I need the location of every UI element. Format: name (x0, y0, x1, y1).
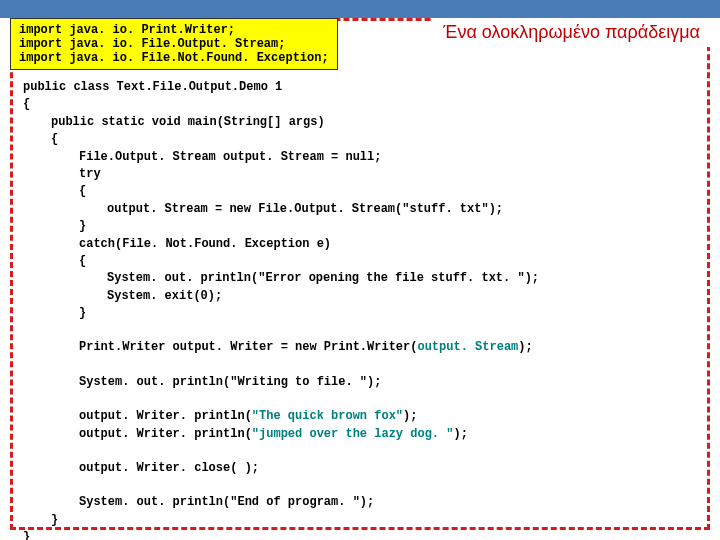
code-text: ); (453, 427, 467, 441)
code-line: } (79, 218, 697, 235)
code-line: output. Writer. println("jumped over the… (79, 426, 697, 443)
blank-line (23, 322, 697, 339)
code-line: System. out. println("Error opening the … (107, 270, 697, 287)
code-text: ); (403, 409, 417, 423)
code-line: public class Text.File.Output.Demo 1 (23, 79, 697, 96)
import-line: import java. io. File.Not.Found. Excepti… (19, 51, 329, 65)
header-bar (0, 0, 720, 18)
blank-line (23, 477, 697, 494)
code-line: } (79, 305, 697, 322)
import-line: import java. io. Print.Writer; (19, 23, 329, 37)
code-line: catch(File. Not.Found. Exception e) (79, 236, 697, 253)
highlight-text: output. Stream (417, 340, 518, 354)
blank-line (23, 357, 697, 374)
code-line: Print.Writer output. Writer = new Print.… (79, 339, 697, 356)
code-line: } (23, 529, 697, 540)
code-line: System. out. println("End of program. ")… (79, 494, 697, 511)
highlight-text: "The quick brown fox" (252, 409, 403, 423)
code-line: { (23, 96, 697, 113)
example-title: Ένα ολοκληρωμένο παράδειγμα (433, 18, 710, 47)
code-line: File.Output. Stream output. Stream = nul… (79, 149, 697, 166)
code-line: output. Writer. close( ); (79, 460, 697, 477)
code-line: } (51, 512, 697, 529)
code-text: ); (518, 340, 532, 354)
code-text: output. Writer. println( (79, 427, 252, 441)
code-line: output. Stream = new File.Output. Stream… (107, 201, 697, 218)
code-panel: Ένα ολοκληρωμένο παράδειγμα import java.… (10, 18, 710, 530)
code-text: output. Writer. println( (79, 409, 252, 423)
code-line: System. exit(0); (107, 288, 697, 305)
code-line: try (79, 166, 697, 183)
code-line: { (51, 131, 697, 148)
code-line: public static void main(String[] args) (51, 114, 697, 131)
code-line: output. Writer. println("The quick brown… (79, 408, 697, 425)
code-line: { (79, 253, 697, 270)
code-line: System. out. println("Writing to file. "… (79, 374, 697, 391)
code-line: { (79, 183, 697, 200)
imports-box: import java. io. Print.Writer; import ja… (10, 18, 338, 70)
import-line: import java. io. File.Output. Stream; (19, 37, 329, 51)
code-body: public class Text.File.Output.Demo 1 { p… (23, 79, 697, 540)
highlight-text: "jumped over the lazy dog. " (252, 427, 454, 441)
blank-line (23, 391, 697, 408)
code-text: Print.Writer output. Writer = new Print.… (79, 340, 417, 354)
blank-line (23, 443, 697, 460)
